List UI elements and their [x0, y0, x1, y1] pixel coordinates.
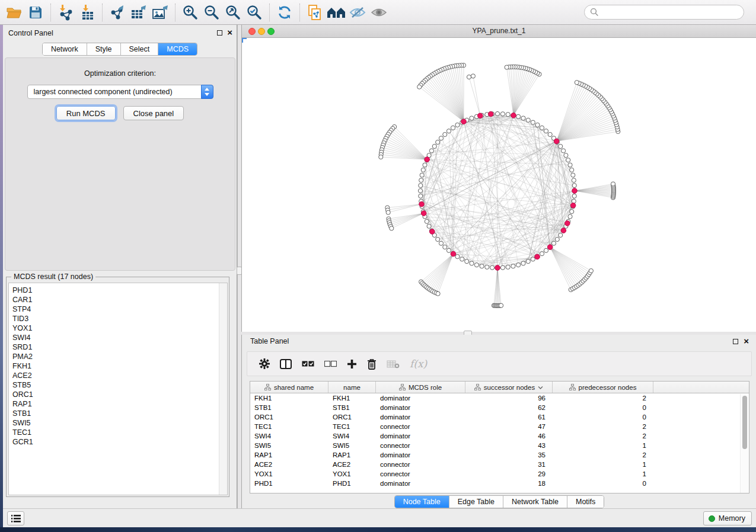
search-field[interactable]	[584, 5, 744, 20]
table-row[interactable]: RAP1RAP1dominator352	[250, 450, 749, 460]
column-header-predecessor-nodes[interactable]: predecessor nodes	[553, 382, 653, 393]
table-row[interactable]: ACE2ACE2connector311	[250, 460, 749, 469]
mcds-result-item[interactable]: STB5	[9, 380, 227, 390]
table-tab-network-table[interactable]: Network Table	[503, 496, 567, 508]
zoom-in-icon[interactable]	[180, 3, 201, 22]
mcds-result-item[interactable]: SWI5	[9, 418, 227, 428]
tab-mcds[interactable]: MCDS	[158, 43, 197, 55]
table-row[interactable]: YOX1YOX1connector291	[250, 469, 749, 479]
clear-checks-icon[interactable]	[324, 361, 337, 367]
table-tab-node-table[interactable]: Node Table	[395, 496, 449, 508]
window-minimize-traffic-light[interactable]	[258, 28, 265, 35]
column-label: successor nodes	[484, 384, 535, 391]
node-table[interactable]: shared namenameMCDS rolesuccessor nodesp…	[250, 381, 749, 493]
node-table-body[interactable]: FKH1FKH1dominator962STB1STB1dominator620…	[250, 393, 749, 488]
table-row[interactable]: PHD1PHD1dominator180	[250, 479, 749, 488]
select-all-checks-icon[interactable]	[302, 361, 314, 367]
table-tab-edge-table[interactable]: Edge Table	[449, 496, 503, 508]
export-network-icon[interactable]	[107, 3, 128, 22]
window-close-traffic-light[interactable]	[248, 28, 256, 35]
close-panel-icon[interactable]: ×	[227, 27, 232, 38]
control-panel: Control Panel × NetworkStyleSelectMCDS O…	[3, 25, 237, 508]
scrollbar-thumb[interactable]	[742, 396, 747, 449]
table-row[interactable]: SWI4SWI4dominator462	[250, 431, 749, 441]
table-cell: ACE2	[250, 460, 328, 469]
criterion-dropdown[interactable]: largest connected component (undirected)	[27, 85, 213, 99]
table-row[interactable]: ORC1ORC1dominator610	[250, 412, 749, 422]
table-row[interactable]: STB1STB1dominator620	[250, 403, 749, 412]
vertical-splitter[interactable]	[237, 25, 241, 508]
mcds-result-item[interactable]: TEC1	[9, 428, 227, 437]
close-panel-button[interactable]: Close panel	[123, 106, 184, 120]
table-cell: SWI4	[250, 431, 328, 441]
mcds-result-item[interactable]: PHD1	[9, 286, 227, 295]
delete-column-icon[interactable]	[367, 358, 377, 370]
column-header-MCDS-role[interactable]: MCDS role	[376, 382, 465, 393]
network-graph[interactable]	[242, 38, 755, 331]
search-input[interactable]	[599, 7, 744, 18]
add-column-icon[interactable]	[347, 359, 357, 369]
export-table-icon[interactable]	[128, 3, 149, 22]
mcds-result-item[interactable]: GCR1	[9, 437, 227, 447]
memory-button[interactable]: Memory	[703, 511, 752, 525]
table-cell: SWI5	[250, 441, 328, 450]
table-cell: YOX1	[328, 469, 376, 479]
column-pane-icon[interactable]	[280, 359, 292, 369]
float-panel-icon[interactable]	[217, 30, 222, 36]
table-cell: dominator	[376, 450, 465, 460]
import-table-icon[interactable]	[76, 3, 98, 22]
close-panel-icon[interactable]: ×	[744, 336, 749, 347]
mcds-result-item[interactable]: CAR1	[9, 295, 227, 305]
clone-network-icon[interactable]	[304, 3, 326, 22]
import-network-icon[interactable]	[55, 3, 76, 22]
delete-table-icon[interactable]	[387, 360, 400, 368]
tab-select[interactable]: Select	[121, 43, 159, 55]
export-image-icon[interactable]	[149, 3, 171, 22]
network-titlebar[interactable]: YPA_prune.txt_1	[242, 25, 756, 38]
mcds-list-scrollbar[interactable]	[219, 283, 227, 495]
tab-style[interactable]: Style	[87, 43, 121, 55]
first-neighbors-icon[interactable]	[326, 3, 347, 22]
column-header-name[interactable]: name	[328, 382, 376, 393]
task-history-button[interactable]	[7, 511, 24, 525]
zoom-out-icon[interactable]	[201, 3, 222, 22]
mcds-result-item[interactable]: STP4	[9, 305, 227, 314]
table-settings-icon[interactable]	[259, 358, 270, 369]
list-icon	[11, 515, 21, 523]
run-mcds-button[interactable]: Run MCDS	[56, 106, 116, 120]
mcds-result-list[interactable]: PHD1CAR1STP4TID3YOX1SWI4SRD1PMA2FKH1ACE2…	[8, 283, 228, 495]
table-cell: 29	[465, 469, 553, 479]
float-panel-icon[interactable]	[733, 339, 738, 344]
mcds-result-item[interactable]: SWI4	[9, 333, 227, 342]
mcds-result-item[interactable]: ACE2	[9, 371, 227, 380]
window-zoom-traffic-light[interactable]	[267, 28, 275, 35]
zoom-selected-icon[interactable]	[244, 3, 265, 22]
column-header-successor-nodes[interactable]: successor nodes	[465, 382, 553, 393]
table-tab-motifs[interactable]: Motifs	[567, 496, 604, 508]
mcds-result-item[interactable]: PMA2	[9, 352, 227, 361]
hide-selected-icon[interactable]	[347, 3, 368, 22]
node-table-header[interactable]: shared namenameMCDS rolesuccessor nodesp…	[250, 382, 749, 393]
table-cell: 43	[465, 441, 553, 450]
column-label: shared name	[274, 384, 314, 391]
table-scrollbar[interactable]	[740, 394, 748, 493]
zoom-fit-icon[interactable]	[222, 3, 244, 22]
tab-network[interactable]: Network	[43, 43, 87, 55]
column-header-shared-name[interactable]: shared name	[250, 382, 328, 393]
open-file-icon[interactable]	[4, 3, 25, 22]
table-row[interactable]: FKH1FKH1dominator962	[250, 393, 749, 403]
mcds-result-item[interactable]: TID3	[9, 314, 227, 323]
mcds-result-item[interactable]: YOX1	[9, 323, 227, 333]
mcds-result-item[interactable]: RAP1	[9, 399, 227, 409]
mcds-result-item[interactable]: FKH1	[9, 361, 227, 371]
refresh-icon[interactable]	[274, 3, 295, 22]
save-session-icon[interactable]	[25, 3, 46, 22]
mcds-result-item[interactable]: ORC1	[9, 390, 227, 399]
function-builder-icon[interactable]: f(x)	[410, 358, 427, 370]
network-canvas[interactable]	[242, 38, 755, 331]
mcds-result-item[interactable]: STB1	[9, 409, 227, 418]
table-row[interactable]: TEC1TEC1connector472	[250, 422, 749, 431]
table-row[interactable]: SWI5SWI5connector431	[250, 441, 749, 450]
show-all-icon[interactable]	[368, 3, 390, 22]
mcds-result-item[interactable]: SRD1	[9, 342, 227, 352]
